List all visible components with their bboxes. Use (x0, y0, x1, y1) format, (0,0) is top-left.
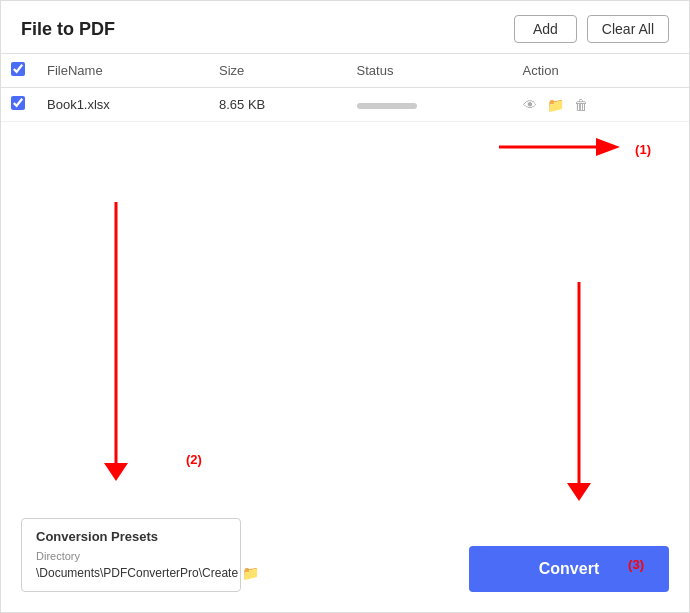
col-action: Action (513, 54, 689, 88)
add-button[interactable]: Add (514, 15, 577, 43)
directory-folder-icon[interactable]: 📁 (242, 565, 259, 581)
preset-directory-value: \Documents\PDFConverterPro\Create (36, 566, 238, 580)
preset-title: Conversion Presets (36, 529, 226, 544)
app-title: File to PDF (21, 19, 115, 40)
select-all-checkbox[interactable] (11, 62, 25, 76)
annotation-label-1: (1) (635, 142, 651, 157)
app-container: File to PDF Add Clear All FileName Size (0, 0, 690, 613)
header-buttons: Add Clear All (514, 15, 669, 43)
delete-icon[interactable]: 🗑 (574, 97, 588, 113)
col-size: Size (209, 54, 347, 88)
arrow-3-svg (549, 277, 609, 517)
clear-all-button[interactable]: Clear All (587, 15, 669, 43)
row-status (347, 88, 513, 122)
conversion-presets-box: Conversion Presets Directory \Documents\… (21, 518, 241, 592)
table-header-row: FileName Size Status Action (1, 54, 689, 88)
bottom-panel: Conversion Presets Directory \Documents\… (1, 518, 689, 612)
file-table-container: FileName Size Status Action (1, 54, 689, 122)
row-size: 8.65 KB (209, 88, 347, 122)
header: File to PDF Add Clear All (1, 1, 689, 54)
row-actions: 👁 📁 🗑 (513, 88, 689, 122)
folder-icon[interactable]: 📁 (547, 97, 564, 113)
col-checkbox (1, 54, 37, 88)
convert-button[interactable]: Convert (469, 546, 669, 592)
annotation-label-2: (2) (186, 452, 202, 467)
col-status: Status (347, 54, 513, 88)
row-checkbox[interactable] (11, 96, 25, 110)
table-row: Book1.xlsx 8.65 KB 👁 📁 🗑 (1, 88, 689, 122)
preset-directory-label: Directory (36, 550, 226, 562)
main-content: Conversion Presets Directory \Documents\… (1, 122, 689, 612)
file-table: FileName Size Status Action (1, 54, 689, 122)
arrow-2-svg (86, 197, 146, 497)
action-icons: 👁 📁 🗑 (523, 97, 679, 113)
status-progress-bar (357, 103, 417, 109)
preset-directory-row: \Documents\PDFConverterPro\Create 📁 (36, 565, 226, 581)
col-filename: FileName (37, 54, 209, 88)
arrow-1-svg (494, 130, 639, 165)
row-checkbox-cell (1, 88, 37, 122)
view-icon[interactable]: 👁 (523, 97, 537, 113)
row-filename: Book1.xlsx (37, 88, 209, 122)
